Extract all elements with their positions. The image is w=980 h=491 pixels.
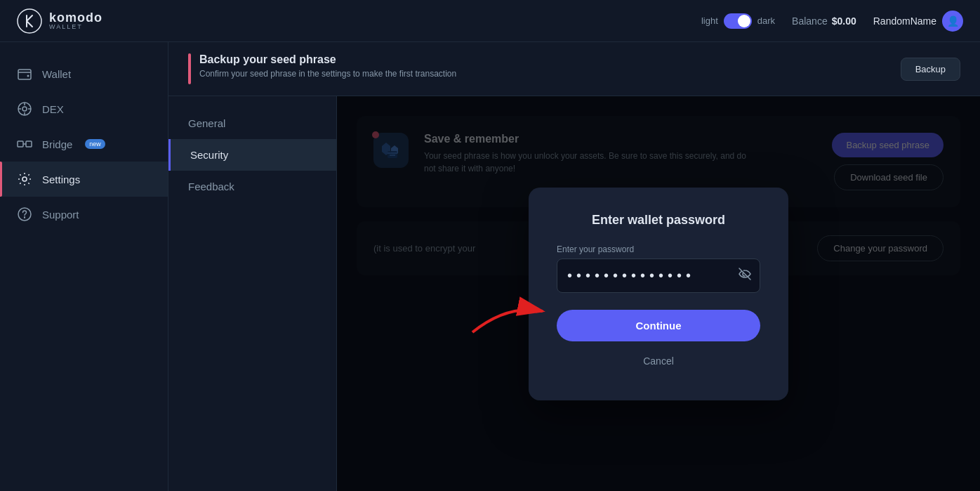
password-modal: Enter wallet password Enter your passwor… [529,188,788,400]
toggle-password-visibility-icon[interactable] [738,267,752,284]
main-layout: Wallet DEX Bridge new [0,42,980,491]
arrow-indicator [451,283,564,342]
main-content: Backup your seed phrase Confirm your see… [168,42,980,491]
header: komodo WALLET light dark Balance $0.00 R… [0,0,980,42]
sidebar-item-settings[interactable]: Settings [0,162,168,197]
theme-light-label: light [701,15,718,26]
settings-nav-general[interactable]: General [168,107,336,139]
modal-overlay: Enter wallet password Enter your passwor… [337,96,980,491]
password-input-group: Enter your password [557,244,760,293]
komodo-logo-icon [17,8,42,34]
bridge-icon [17,136,32,152]
settings-nav-feedback[interactable]: Feedback [168,171,336,202]
continue-button-container: Continue [557,304,760,341]
banner-accent [188,53,191,84]
dex-icon [17,101,32,117]
sidebar-support-label: Support [42,209,79,221]
sidebar-dex-label: DEX [42,103,64,115]
modal-title: Enter wallet password [557,213,760,228]
toggle-track[interactable] [724,13,752,29]
logo-name: komodo [49,11,102,24]
settings-icon [17,171,32,187]
sidebar-bridge-label: Bridge [42,138,72,150]
support-icon [17,207,32,222]
svg-rect-6 [26,141,32,147]
svg-point-7 [22,177,27,181]
wallet-icon [17,66,32,81]
banner-left: Backup your seed phrase Confirm your see… [188,53,456,84]
theme-toggle[interactable]: light dark [701,13,775,29]
banner-title: Backup your seed phrase [199,53,456,66]
svg-point-4 [22,107,27,111]
header-right: light dark Balance $0.00 RandomName 👤 [701,11,963,32]
user-section[interactable]: RandomName 👤 [873,11,963,32]
toggle-thumb [738,15,750,27]
backup-button[interactable]: Backup [901,58,960,81]
sidebar-settings-label: Settings [42,174,80,185]
logo: komodo WALLET [17,8,102,34]
logo-sub: WALLET [49,24,102,30]
sidebar: Wallet DEX Bridge new [0,42,168,491]
settings-nav: General Security Feedback [168,96,337,491]
svg-rect-5 [18,141,23,147]
balance-label: Balance [792,15,828,27]
svg-point-0 [18,9,41,33]
banner-description: Confirm your seed phrase in the settings… [199,69,456,79]
settings-layout: General Security Feedback [168,96,980,491]
sidebar-item-dex[interactable]: DEX [0,91,168,126]
logo-text: komodo WALLET [49,11,102,30]
theme-dark-label: dark [757,15,775,26]
balance-amount: $0.00 [832,15,856,27]
username: RandomName [873,15,936,27]
backup-banner: Backup your seed phrase Confirm your see… [168,42,980,96]
sidebar-item-wallet[interactable]: Wallet [0,56,168,91]
bridge-new-badge: new [85,139,105,149]
svg-point-2 [27,75,29,77]
settings-nav-security[interactable]: Security [168,139,336,171]
sidebar-item-bridge[interactable]: Bridge new [0,126,168,162]
cancel-button[interactable]: Cancel [557,347,760,375]
password-input-wrap [557,258,760,293]
avatar: 👤 [942,11,963,32]
continue-button[interactable]: Continue [557,310,760,341]
settings-content: Save & remember Your seed phrase is how … [337,96,980,491]
sidebar-item-support[interactable]: Support [0,197,168,232]
sidebar-wallet-label: Wallet [42,68,71,80]
svg-rect-1 [18,70,31,79]
banner-text: Backup your seed phrase Confirm your see… [199,53,456,79]
balance-section: Balance $0.00 [792,15,856,27]
password-field[interactable] [557,258,760,293]
password-input-label: Enter your password [557,244,760,254]
